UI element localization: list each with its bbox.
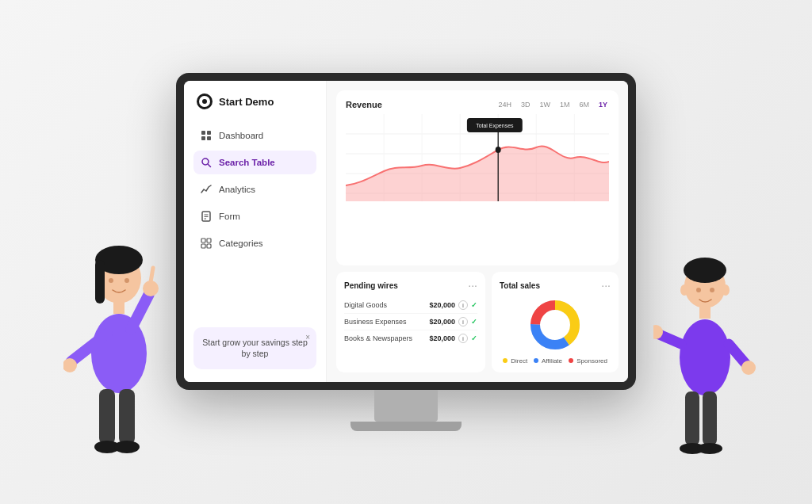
bottom-row: Pending wires ··· Digital Goods $20,000 … [336,272,619,372]
sidebar-item-search-table[interactable]: Search Table [193,151,316,174]
svg-point-62 [680,284,688,296]
donut-chart [527,297,583,353]
svg-rect-43 [119,389,135,445]
pending-wires-title: Pending wires [344,281,398,290]
pending-row-0: Digital Goods $20,000 i ✓ [344,297,477,314]
filter-1m[interactable]: 1M [558,100,572,109]
legend-affiliate: Affiliate [534,357,562,365]
check-icon-1: ✓ [471,318,477,326]
form-label: Form [219,212,240,221]
check-icon-0: ✓ [471,301,477,309]
pending-amount-2: $20,000 i ✓ [429,334,477,343]
svg-rect-42 [99,389,115,445]
pending-label-1: Business Expenses [344,318,407,326]
svg-rect-10 [201,239,205,242]
revenue-chart: Total Expenses [346,114,609,201]
search-table-icon [200,156,213,169]
svg-rect-56 [685,391,699,445]
svg-rect-13 [207,244,211,248]
svg-rect-2 [201,136,205,140]
revenue-title: Revenue [346,100,382,109]
dashboard-icon [200,129,213,142]
svg-point-63 [722,284,730,296]
svg-line-38 [131,294,149,330]
legend-direct: Direct [503,357,527,365]
pending-row-2: Books & Newspapers $20,000 i ✓ [344,330,477,346]
svg-rect-35 [95,260,105,304]
sidebar-title: Start Demo [219,96,274,108]
character-right [653,219,756,472]
pending-wires-menu[interactable]: ··· [468,280,477,291]
svg-rect-1 [207,131,211,135]
sidebar-item-form[interactable]: Form [193,204,316,228]
donut-legend: Direct Affiliate Sponsored [503,357,607,365]
promo-card: × Start grow your savings step by step [193,327,316,369]
filter-6m[interactable]: 6M [577,100,591,109]
svg-line-5 [209,165,211,167]
svg-text:Total Expenses: Total Expenses [476,122,514,130]
svg-point-59 [697,443,722,454]
total-sales-menu[interactable]: ··· [601,280,611,291]
svg-line-40 [151,268,153,282]
svg-point-25 [496,147,501,153]
check-icon-2: ✓ [471,334,477,342]
total-sales-header: Total sales ··· [500,280,611,291]
pending-amount-1: $20,000 i ✓ [429,317,477,326]
legend-dot-affiliate [534,358,538,363]
pending-row-1: Business Expenses $20,000 i ✓ [344,314,477,330]
donut-area: Direct Affiliate Sponsored [500,297,611,365]
filter-1w[interactable]: 1W [538,100,552,109]
svg-point-46 [109,278,113,283]
monitor-wrapper: Start Demo Dashboard [176,73,636,431]
promo-close-button[interactable]: × [305,332,310,343]
sidebar-item-analytics[interactable]: Analytics [193,178,316,201]
time-filters: 24H 3D 1W 1M 6M 1Y [496,100,609,109]
svg-point-60 [696,288,701,292]
promo-text: Start grow your savings step by step [202,338,307,359]
dashboard-label: Dashboard [219,131,263,140]
total-sales-title: Total sales [500,281,540,290]
pending-amount-0: $20,000 i ✓ [429,300,477,310]
info-icon-0[interactable]: i [458,300,468,310]
filter-1y[interactable]: 1Y [597,100,609,109]
svg-point-4 [202,158,209,165]
sidebar: Start Demo Dashboard [184,81,327,382]
sidebar-item-categories[interactable]: Categories [193,231,316,255]
sidebar-item-dashboard[interactable]: Dashboard [193,124,316,147]
svg-rect-3 [207,136,211,140]
pending-wires-header: Pending wires ··· [344,280,477,291]
form-icon [200,210,213,223]
svg-rect-36 [113,300,124,314]
filter-24h[interactable]: 24H [496,100,513,109]
analytics-label: Analytics [219,185,255,194]
total-sales-card: Total sales ··· [492,272,619,372]
svg-point-55 [741,361,756,375]
pending-label-2: Books & Newspapers [344,334,412,342]
revenue-card: Revenue 24H 3D 1W 1M 6M 1Y [336,90,619,265]
legend-dot-direct [503,358,508,363]
monitor-stand [374,390,438,422]
svg-rect-12 [201,244,205,248]
logo-icon [197,94,213,109]
pending-wires-card: Pending wires ··· Digital Goods $20,000 … [336,272,485,372]
monitor-screen: Start Demo Dashboard [184,81,628,382]
revenue-header: Revenue 24H 3D 1W 1M 6M 1Y [346,100,609,109]
analytics-icon [200,183,213,196]
svg-rect-11 [207,239,211,242]
search-table-label: Search Table [219,158,275,167]
svg-point-48 [680,319,730,395]
character-left [63,203,174,472]
svg-rect-57 [703,391,717,445]
svg-rect-51 [699,306,710,319]
filter-3d[interactable]: 3D [519,100,532,109]
info-icon-1[interactable]: i [458,317,468,326]
svg-point-50 [684,258,726,283]
info-icon-2[interactable]: i [458,334,468,343]
sidebar-logo: Start Demo [193,94,316,109]
main-content: Revenue 24H 3D 1W 1M 6M 1Y [327,81,628,382]
categories-label: Categories [219,239,263,248]
categories-icon [200,237,213,250]
monitor-base [350,422,462,431]
pending-label-0: Digital Goods [344,301,387,309]
svg-point-61 [710,288,714,292]
